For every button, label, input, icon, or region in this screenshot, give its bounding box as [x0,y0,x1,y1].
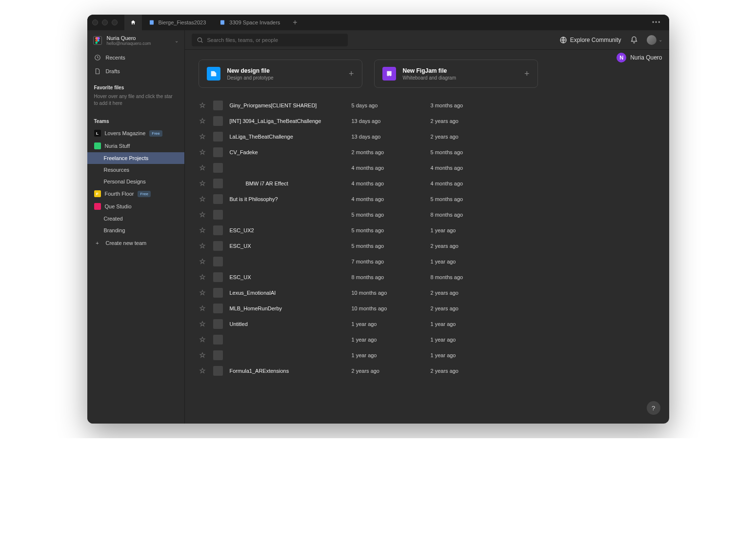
free-badge: Free [138,191,150,197]
card-title: New FigJam file [403,67,517,74]
star-icon[interactable] [199,101,206,109]
created-time: 2 years ago [431,305,503,311]
file-thumbnail [213,319,223,329]
minimize-window-icon[interactable] [102,20,108,25]
file-row[interactable]: Lexus_EmotionalAI10 months ago2 years ag… [199,285,656,301]
team-item[interactable]: LLovers MagazineFree [87,127,184,140]
star-icon[interactable] [199,164,206,172]
file-row[interactable]: CV_Fadeke2 months ago5 months ago [199,144,656,160]
file-row[interactable]: ESC_UX25 months ago1 year ago [199,223,656,238]
team-item[interactable]: Que Studio [87,200,184,213]
star-icon[interactable] [199,304,206,312]
file-name: MLB_HomeRunDerby [230,305,345,311]
file-row[interactable]: Untitled1 year ago1 year ago [199,316,656,332]
file-row[interactable]: 1 year ago1 year ago [199,332,656,347]
card-subtitle: Design and prototype [227,75,342,81]
edited-time: 5 months ago [352,243,424,249]
new-figjam-file-card[interactable]: New FigJam file Whiteboard and diagram + [374,60,538,88]
edited-time: 1 year ago [352,321,424,327]
new-tab-button[interactable]: + [287,18,303,27]
file-row[interactable]: [INT] 3094_LaLiga_TheBeatChallenge13 day… [199,113,656,129]
search-box[interactable] [192,34,348,46]
created-time: 4 months ago [431,165,503,171]
file-row[interactable]: LaLiga_TheBeatChallenge13 days ago2 year… [199,129,656,144]
star-icon[interactable] [199,336,206,344]
star-icon[interactable] [199,367,206,375]
file-thumbnail [213,147,223,157]
edited-time: 5 days ago [352,102,424,108]
file-row[interactable]: Giny_Priorgames[CLIENT SHARED]5 days ago… [199,98,656,113]
notifications-button[interactable] [630,36,638,44]
project-item[interactable]: Branding [87,224,184,236]
file-name: CV_Fadeke [230,149,345,155]
file-name: But is it Philosophy? [230,196,345,202]
favorites-title: Favorite files [87,78,184,93]
star-icon[interactable] [199,148,206,156]
file-row[interactable]: ESC_UX8 months ago8 months ago [199,269,656,285]
star-icon[interactable] [199,195,206,203]
home-tab[interactable] [124,15,142,30]
file-tab-1[interactable]: 3309 Space Invaders [213,15,287,30]
file-thumbnail [213,225,223,235]
file-row[interactable]: Formula1_ARExtensions2 years ago2 years … [199,363,656,379]
file-row[interactable]: 7 months ago1 year ago [199,254,656,269]
nav-drafts[interactable]: Drafts [87,64,184,78]
close-window-icon[interactable] [92,20,98,25]
project-item[interactable]: Created [87,213,184,224]
search-input[interactable] [207,37,343,43]
globe-icon [559,36,567,44]
explore-community-link[interactable]: Explore Community [559,36,621,44]
new-design-file-card[interactable]: New design file Design and prototype + [199,60,362,88]
file-tab-0[interactable]: Bierge_Fiestas2023 [142,15,213,30]
team-item[interactable]: Nuria Stuff [87,140,184,152]
content-scroll[interactable]: N Nuria Quero New design file Design and… [185,50,669,424]
star-icon[interactable] [199,320,206,328]
edited-time: 2 years ago [352,368,424,374]
file-row[interactable]: BMW i7 AR Effect4 months ago4 months ago [199,176,656,191]
star-icon[interactable] [199,117,206,125]
maximize-window-icon[interactable] [112,20,118,25]
star-icon[interactable] [199,273,206,281]
body: Nuria Quero hello@nuriaquero.com ⌄ Recen… [87,30,669,424]
file-row[interactable]: 4 months ago4 months ago [199,160,656,176]
star-icon[interactable] [199,133,206,141]
file-row[interactable]: ESC_UX5 months ago2 years ago [199,238,656,254]
file-thumbnail [213,179,223,188]
member-chip[interactable]: N Nuria Quero [617,53,662,62]
traffic-lights [92,20,118,25]
project-item[interactable]: Personal Designs [87,176,184,187]
star-icon[interactable] [199,211,206,219]
nav-recents[interactable]: Recents [87,51,184,64]
create-team-button[interactable]: + Create new team [87,236,184,250]
created-time: 1 year ago [431,259,503,264]
nav-label: Recents [106,55,125,61]
project-item[interactable]: Freelance Projects [87,152,184,164]
star-icon[interactable] [199,242,206,250]
star-icon[interactable] [199,226,206,234]
star-icon[interactable] [199,258,206,265]
account-switcher[interactable]: Nuria Quero hello@nuriaquero.com ⌄ [87,30,184,51]
profile-menu[interactable]: ⌄ [647,35,662,45]
team-item[interactable]: FFourth FloorFree [87,187,184,200]
titlebar-menu[interactable]: ••• [649,19,664,26]
user-info: Nuria Quero hello@nuriaquero.com [107,35,170,46]
card-subtitle: Whiteboard and diagram [403,75,517,81]
file-row[interactable]: But is it Philosophy?4 months ago5 month… [199,191,656,207]
star-icon[interactable] [199,180,206,187]
created-time: 1 year ago [431,337,503,343]
plus-icon: + [524,69,530,79]
file-row[interactable]: 5 months ago8 months ago [199,207,656,223]
file-thumbnail [213,210,223,220]
plus-icon: + [94,240,101,246]
file-thumbnail [213,366,223,376]
svg-point-4 [198,38,201,41]
help-button[interactable]: ? [647,401,660,415]
file-row[interactable]: MLB_HomeRunDerby10 months ago2 years ago [199,301,656,316]
file-row[interactable]: 1 year ago1 year ago [199,347,656,363]
star-icon[interactable] [199,351,206,359]
project-item[interactable]: Resources [87,164,184,176]
star-icon[interactable] [199,289,206,297]
edited-time: 10 months ago [352,290,424,296]
app-window: Bierge_Fiestas2023 3309 Space Invaders +… [87,15,669,424]
clock-icon [94,54,101,61]
